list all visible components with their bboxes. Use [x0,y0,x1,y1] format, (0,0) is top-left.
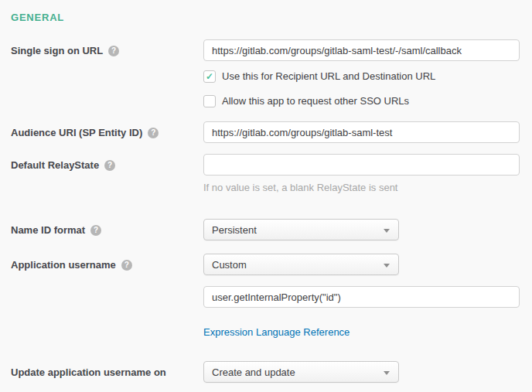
recipient-url-checkbox-label: Use this for Recipient URL and Destinati… [222,70,435,83]
single-sign-on-url-input[interactable] [203,39,520,61]
application-username-selected-value: Custom [212,259,247,271]
update-application-username-label-group: Update application username on [11,361,203,378]
name-id-format-label: Name ID format [11,224,85,236]
default-relay-state-controls: If no value is set, a blank RelayState i… [203,154,520,193]
dropdown-arrow-icon [384,264,390,268]
help-icon[interactable]: ? [108,46,119,56]
other-sso-urls-checkbox-label: Allow this app to request other SSO URLs [222,95,409,107]
audience-uri-label-group: Audience URI (SP Entity ID) ? [11,121,203,138]
help-icon[interactable]: ? [104,160,115,171]
audience-uri-controls [203,121,520,143]
name-id-format-selected-value: Persistent [212,224,257,236]
name-id-format-controls: Persistent [203,219,520,240]
application-username-label-group: Application username ? [11,254,203,271]
help-icon[interactable]: ? [148,128,159,138]
field-row-update-application-username-on: Update application username on Create an… [11,361,520,383]
application-username-dropdown[interactable]: Custom [203,254,399,275]
default-relay-state-hint: If no value is set, a blank RelayState i… [203,182,520,193]
default-relay-state-input[interactable] [203,154,520,176]
application-username-label: Application username [11,259,116,271]
default-relay-state-label: Default RelayState [11,159,99,171]
application-username-controls: Custom Expression Language Reference [203,254,520,339]
update-application-username-label: Update application username on [11,366,166,378]
help-icon[interactable]: ? [90,225,101,236]
help-icon[interactable]: ? [121,260,132,271]
field-row-name-id-format: Name ID format ? Persistent [11,219,520,240]
recipient-url-checkbox-row: ✓ Use this for Recipient URL and Destina… [203,70,520,83]
dropdown-arrow-icon [384,371,390,375]
single-sign-on-url-label-group: Single sign on URL ? [11,39,203,56]
audience-uri-label: Audience URI (SP Entity ID) [11,127,142,138]
other-sso-urls-checkbox[interactable] [203,95,216,107]
recipient-url-checkbox[interactable]: ✓ [203,70,216,83]
name-id-format-label-group: Name ID format ? [11,219,203,236]
default-relay-state-label-group: Default RelayState ? [11,154,203,171]
single-sign-on-url-label: Single sign on URL [11,45,103,56]
saml-settings-general-section: GENERAL Single sign on URL ? ✓ Use this … [0,0,532,392]
update-application-username-dropdown[interactable]: Create and update [203,361,399,383]
field-row-audience-uri: Audience URI (SP Entity ID) ? [11,121,520,143]
section-heading-general: GENERAL [11,12,520,23]
name-id-format-dropdown[interactable]: Persistent [203,219,399,240]
expression-language-reference-wrap: Expression Language Reference [203,325,520,339]
field-row-single-sign-on-url: Single sign on URL ? ✓ Use this for Reci… [11,39,520,107]
dropdown-arrow-icon [384,229,390,233]
update-application-username-controls: Create and update [203,361,520,383]
single-sign-on-url-controls: ✓ Use this for Recipient URL and Destina… [203,39,520,107]
audience-uri-input[interactable] [203,121,520,143]
expression-language-reference-link[interactable]: Expression Language Reference [203,326,350,338]
field-row-default-relay-state: Default RelayState ? If no value is set,… [11,154,520,193]
update-application-username-selected-value: Create and update [212,366,295,378]
field-row-application-username: Application username ? Custom Expression… [11,254,520,339]
application-username-custom-expression-input[interactable] [203,286,520,308]
other-sso-urls-checkbox-row: Allow this app to request other SSO URLs [203,95,520,107]
